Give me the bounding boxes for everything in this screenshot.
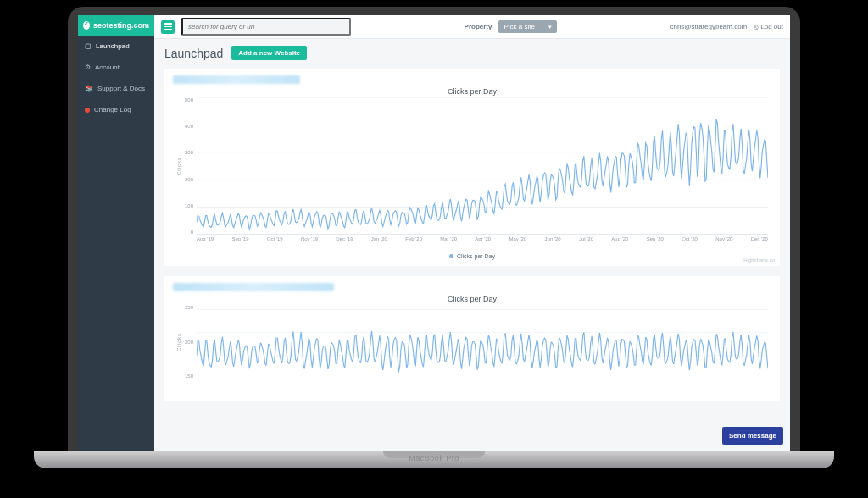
site-select-label: Pick a site <box>504 23 534 30</box>
device-label: MacBook Pro <box>409 454 459 462</box>
chart-card: Clicks per Day Clicks 250200150 <box>164 276 780 401</box>
chart-2: Clicks 250200150 <box>173 305 771 394</box>
sidebar-item-account[interactable]: ⚙ Account <box>78 57 154 78</box>
page-title: Launchpad <box>164 47 223 60</box>
page-header: Launchpad Add a new Website <box>154 39 790 69</box>
chart-title: Clicks per Day <box>173 295 771 303</box>
sidebar-item-support[interactable]: 📚 Support & Docs <box>78 78 154 99</box>
site-name-redacted <box>173 283 334 291</box>
chart-1: Clicks 5004003002001000 Aug '19Sep '19Oc… <box>173 97 771 250</box>
sidebar-item-label: Change Log <box>94 106 131 113</box>
add-website-button[interactable]: Add a new Website <box>231 46 307 60</box>
monitor-icon: ▢ <box>85 42 92 50</box>
chart-credit: Highcharts.co <box>743 257 775 263</box>
y-axis: 5004003002001000 <box>173 97 197 235</box>
sidebar-item-changelog[interactable]: Change Log <box>78 99 154 120</box>
chart-legend: Clicks per Day <box>173 253 771 259</box>
x-axis: Aug '19Sep '19Oct '19Nov '19Dec '19Jan '… <box>197 235 768 250</box>
chevron-down-icon: ▾ <box>548 24 552 30</box>
property-label: Property <box>465 23 492 30</box>
logout-label: Log out <box>760 23 783 30</box>
brand-text: seotesting.com <box>93 21 149 30</box>
sidebar: seotesting.com ▢ Launchpad ⚙ Account 📚 S… <box>78 15 154 451</box>
chart-title: Clicks per Day <box>173 87 771 96</box>
brand-logo: seotesting.com <box>78 15 154 36</box>
main-content: Property Pick a site ▾ chris@strategybea… <box>154 15 790 451</box>
gear-icon: ⚙ <box>85 64 91 71</box>
menu-toggle-button[interactable] <box>161 20 175 34</box>
content-area: Clicks per Day Clicks 5004003002001000 A… <box>154 69 790 451</box>
sidebar-item-label: Support & Docs <box>97 85 145 92</box>
sidebar-item-label: Account <box>95 64 120 71</box>
logout-icon: ⎋ <box>754 23 758 31</box>
book-icon: 📚 <box>85 85 93 92</box>
sidebar-item-launchpad[interactable]: ▢ Launchpad <box>78 36 154 57</box>
sidebar-item-label: Launchpad <box>96 42 130 50</box>
y-axis: 250200150 <box>173 305 197 379</box>
chart-card: Clicks per Day Clicks 5004003002001000 A… <box>164 69 780 266</box>
site-name-redacted <box>173 75 300 84</box>
check-circle-icon <box>83 21 90 30</box>
legend-marker-icon <box>449 254 453 258</box>
topbar: Property Pick a site ▾ chris@strategybea… <box>154 15 790 39</box>
send-message-button[interactable]: Send message <box>722 427 783 445</box>
site-select-dropdown[interactable]: Pick a site ▾ <box>498 20 556 33</box>
legend-label: Clicks per Day <box>457 253 495 259</box>
search-input[interactable] <box>181 18 351 36</box>
dot-icon <box>85 108 90 113</box>
logout-button[interactable]: ⎋ Log out <box>754 23 783 31</box>
user-email: chris@strategybeam.com <box>670 23 747 30</box>
